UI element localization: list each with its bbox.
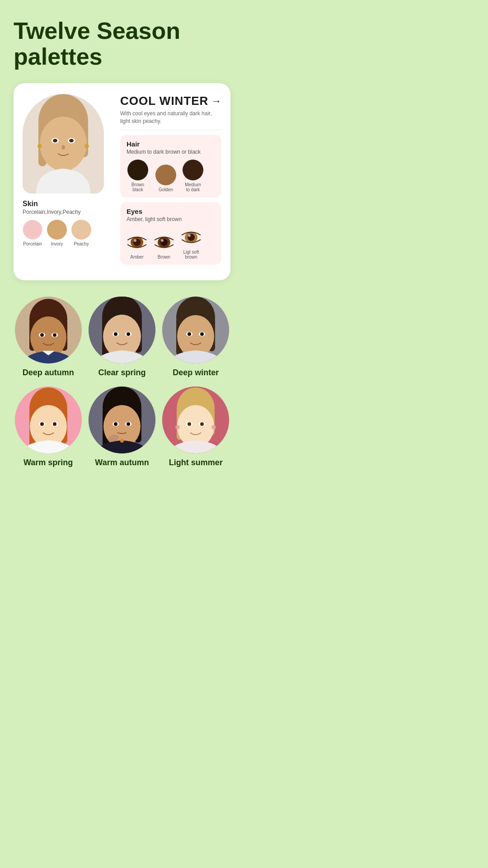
swatch-color-invory [47, 220, 67, 240]
swatch-label-invory: Invory [51, 241, 63, 246]
svg-point-12 [84, 144, 89, 148]
avatar-svg-warm-spring [15, 387, 82, 453]
svg-point-87 [175, 425, 180, 429]
svg-point-9 [69, 139, 74, 142]
skin-subtitle: Porcelain,Invory,Peachy [23, 209, 81, 215]
svg-point-34 [53, 333, 56, 337]
hair-color-brownblack [127, 160, 148, 180]
season-person-deep-autumn[interactable]: Deep autumn [14, 297, 83, 377]
skin-title: Skin [23, 200, 38, 208]
svg-point-88 [211, 425, 216, 429]
hair-label-brownblack: Brown black [127, 182, 149, 192]
page-title: Twelve Seasonpalettes [14, 18, 230, 70]
svg-point-43 [114, 332, 117, 336]
hair-trait-card: Hair Medium to dark brown or black Brown… [120, 135, 221, 198]
swatch-color-porcelain [23, 220, 42, 240]
svg-point-85 [188, 422, 191, 426]
hair-swatches: Brown black Golden Medium to dark [127, 160, 215, 192]
eye-swatch-brown: Brown [154, 232, 174, 259]
season-description: With cool eyes and naturally dark hair, … [120, 110, 221, 130]
person-avatar-svg [23, 94, 104, 193]
season-card: Skin Porcelain,Invory,Peachy Porcelain I… [14, 83, 230, 280]
hair-swatch-golden: Golden [155, 165, 176, 192]
svg-point-24 [188, 234, 191, 237]
season-header: COOL WINTER → [120, 94, 221, 108]
eye-icon-amber [127, 232, 147, 253]
swatch-label-porcelain: Porcelain [23, 241, 42, 246]
swatch-label-peachy: Peachy [74, 241, 89, 246]
season-avatar-deep-winter [162, 297, 229, 363]
avatar-svg-light-summer [162, 387, 229, 453]
svg-point-10 [61, 145, 65, 150]
hair-swatch-brownblack: Brown black [127, 160, 149, 192]
svg-point-73 [114, 422, 117, 426]
svg-point-44 [127, 332, 130, 336]
svg-point-54 [200, 332, 204, 336]
hair-label-golden: Golden [159, 187, 173, 192]
season-name: COOL WINTER [120, 94, 208, 108]
eyes-trait-title: Eyes [127, 208, 215, 215]
skin-swatch-porcelain: Porcelain [23, 220, 42, 246]
eye-icon-brown [154, 232, 174, 253]
svg-point-16 [134, 239, 136, 242]
avatar-svg-warm-autumn [89, 387, 155, 453]
season-person-deep-winter[interactable]: Deep winter [161, 297, 230, 377]
svg-point-76 [120, 439, 124, 443]
eye-label-brown: Brown [158, 255, 170, 259]
season-avatar-warm-autumn [89, 387, 155, 453]
svg-point-8 [53, 139, 57, 142]
svg-point-53 [188, 332, 191, 336]
avatar-svg-deep-autumn [15, 297, 82, 363]
eye-label-lightsoftbrown: Ligt soft brown [183, 250, 199, 259]
eyes-trait-subtitle: Amber, light soft brown [127, 216, 215, 222]
hair-color-mediumdark [183, 160, 203, 180]
season-person-warm-autumn[interactable]: Warm autumn [87, 387, 156, 467]
svg-point-20 [161, 239, 164, 242]
person-photo [23, 94, 104, 193]
avatar-svg-clear-spring [89, 297, 155, 363]
card-right: COOL WINTER → With cool eyes and natural… [120, 94, 221, 269]
svg-point-11 [38, 144, 42, 148]
svg-point-64 [53, 422, 56, 426]
hair-color-golden [155, 165, 176, 185]
season-label-warm-spring: Warm spring [23, 458, 73, 467]
season-label-warm-autumn: Warm autumn [95, 458, 149, 467]
season-person-clear-spring[interactable]: Clear spring [87, 297, 156, 377]
hair-trait-subtitle: Medium to dark brown or black [127, 149, 215, 155]
swatch-color-peachy [71, 220, 91, 240]
season-label-light-summer: Light summer [169, 458, 223, 467]
eyes-swatches: Amber Brown [127, 227, 215, 259]
season-row-1: Deep autumn [14, 297, 230, 377]
card-left: Skin Porcelain,Invory,Peachy Porcelain I… [23, 94, 113, 269]
hair-label-mediumdark: Medium to dark [185, 182, 201, 192]
eyes-trait-card: Eyes Amber, light soft brown Amber [120, 202, 221, 265]
skin-swatch-peachy: Peachy [71, 220, 91, 246]
eye-icon-lightsoftbrown [181, 227, 202, 248]
skin-swatch-invory: Invory [47, 220, 67, 246]
hair-trait-title: Hair [127, 140, 215, 148]
season-avatar-clear-spring [89, 297, 155, 363]
season-label-deep-winter: Deep winter [173, 368, 219, 377]
season-label-deep-autumn: Deep autumn [23, 368, 74, 377]
svg-point-86 [200, 422, 204, 426]
svg-point-5 [40, 117, 87, 171]
svg-point-33 [40, 333, 44, 337]
season-row-2: Warm spring [14, 387, 230, 467]
season-avatar-warm-spring [15, 387, 82, 453]
season-person-warm-spring[interactable]: Warm spring [14, 387, 83, 467]
season-avatar-light-summer [162, 387, 229, 453]
season-person-light-summer[interactable]: Light summer [161, 387, 230, 467]
season-label-clear-spring: Clear spring [98, 368, 145, 377]
skin-swatches: Porcelain Invory Peachy [23, 220, 91, 246]
eye-label-amber: Amber [130, 255, 143, 259]
season-avatar-deep-autumn [15, 297, 82, 363]
svg-point-63 [40, 422, 44, 426]
hair-swatch-mediumdark: Medium to dark [183, 160, 203, 192]
eye-swatch-amber: Amber [127, 232, 147, 259]
svg-point-74 [127, 422, 130, 426]
season-arrow-button[interactable]: → [211, 95, 221, 107]
eye-swatch-lightsoftbrown: Ligt soft brown [181, 227, 202, 259]
avatar-svg-deep-winter [162, 297, 229, 363]
